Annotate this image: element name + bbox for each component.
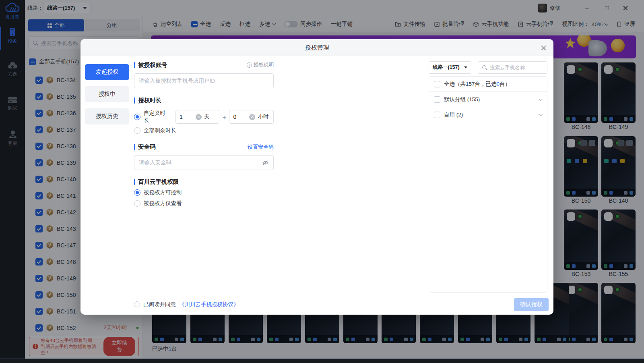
dialog-header: 授权管理 xyxy=(80,39,553,56)
search-icon xyxy=(482,65,487,71)
authorization-form: 被授权账号 授权说明 授权时长 自定义时长 天 + 小时 xyxy=(134,56,274,294)
authorized-account-input[interactable] xyxy=(139,78,269,84)
picker-group-row[interactable]: 默认分组 (155) xyxy=(429,92,547,107)
group-checkbox[interactable] xyxy=(434,112,440,118)
set-security-code-link[interactable]: 设置安全码 xyxy=(248,143,274,151)
section-bar xyxy=(134,144,135,150)
agreement-radio[interactable] xyxy=(134,301,140,307)
authorized-account-field xyxy=(134,73,274,88)
dialog-title: 授权管理 xyxy=(80,39,553,56)
section-bar xyxy=(134,97,135,104)
picker-selected-count: 0 xyxy=(497,81,500,87)
tab-initiate-authorization[interactable]: 发起授权 xyxy=(85,64,129,80)
hours-field: 小时 xyxy=(229,110,274,124)
picker-search xyxy=(478,61,547,74)
view-permission-radio[interactable] xyxy=(134,200,140,207)
picker-line-select[interactable]: 线路一(157) xyxy=(429,61,471,74)
section-bar xyxy=(134,179,135,185)
section-permission: 百川云手机权限 xyxy=(134,178,274,186)
confirm-authorization-button[interactable]: 确认授权 xyxy=(514,298,549,311)
agreement-text: 已阅读并同意 xyxy=(143,301,176,308)
section-bar xyxy=(134,62,135,68)
picker-search-input[interactable] xyxy=(490,65,543,71)
days-unit: 天 xyxy=(204,113,210,120)
agreement-row: 已阅读并同意 《川川云手机授权协议》 xyxy=(134,301,239,308)
picker-line-value: 线路一(157) xyxy=(433,64,464,71)
section-security-code: 安全码 设置安全码 xyxy=(134,143,274,151)
eye-off-icon xyxy=(262,160,269,166)
picker-select-all-label: 全选（共157台，已选0台） xyxy=(444,81,510,88)
control-permission-label: 被授权方可控制 xyxy=(144,189,182,196)
close-icon xyxy=(541,45,546,50)
dialog-tabs: 发起授权 授权中 授权历史 xyxy=(80,56,133,294)
picker-select-all-row[interactable]: 全选（共157台，已选0台） xyxy=(429,77,547,92)
custom-duration-label: 自定义时长 xyxy=(144,110,170,124)
dialog-close-button[interactable] xyxy=(539,43,548,52)
chevron-down-icon[interactable] xyxy=(539,97,543,101)
clear-hours-icon[interactable] xyxy=(249,114,255,120)
toggle-visibility-button[interactable] xyxy=(258,159,269,167)
agreement-link[interactable]: 《川川云手机授权协议》 xyxy=(179,301,239,308)
section-duration: 授权时长 xyxy=(134,97,274,104)
all-remaining-radio[interactable] xyxy=(134,127,140,134)
security-code-field xyxy=(134,155,274,170)
authorization-dialog: 授权管理 发起授权 授权中 授权历史 被授权账号 授权说明 授权时长 自定义时长… xyxy=(80,39,553,315)
info-icon xyxy=(247,62,252,68)
control-permission-radio[interactable] xyxy=(134,189,140,196)
group-checkbox[interactable] xyxy=(434,96,440,103)
clear-days-icon[interactable] xyxy=(196,114,202,120)
group-label: 默认分组 (155) xyxy=(444,96,480,103)
control-permission-option: 被授权方可控制 xyxy=(134,189,182,196)
picker-group-list: 全选（共157台，已选0台） 默认分组 (155) 自用 (2) xyxy=(429,76,547,293)
picker-group-row[interactable]: 自用 (2) xyxy=(429,107,547,122)
view-permission-option: 被授权方仅查看 xyxy=(134,200,182,207)
view-permission-label: 被授权方仅查看 xyxy=(144,200,182,207)
plus-sign: + xyxy=(223,114,226,120)
all-remaining-label: 全部剩余时长 xyxy=(144,127,176,134)
group-label: 自用 (2) xyxy=(444,111,463,118)
days-field: 天 xyxy=(175,110,219,124)
chevron-down-icon[interactable] xyxy=(539,112,543,116)
custom-duration-radio[interactable] xyxy=(134,114,140,120)
caret-down-icon xyxy=(464,66,467,68)
hours-unit: 小时 xyxy=(258,113,268,120)
tab-authorizing[interactable]: 授权中 xyxy=(85,86,129,102)
hours-input[interactable] xyxy=(233,114,247,120)
dialog-footer: 已阅读并同意 《川川云手机授权协议》 确认授权 xyxy=(134,294,549,315)
custom-duration-option: 自定义时长 天 + 小时 xyxy=(134,110,274,124)
tab-authorization-history[interactable]: 授权历史 xyxy=(85,108,129,124)
authorization-help-link[interactable]: 授权说明 xyxy=(247,62,274,68)
all-remaining-option: 全部剩余时长 xyxy=(134,127,176,134)
days-input[interactable] xyxy=(180,114,193,120)
security-code-input[interactable] xyxy=(139,160,258,166)
section-authorized-account: 被授权账号 授权说明 xyxy=(134,61,274,69)
os-taskbar-strip xyxy=(0,359,644,363)
picker-select-all-checkbox[interactable] xyxy=(434,81,440,87)
